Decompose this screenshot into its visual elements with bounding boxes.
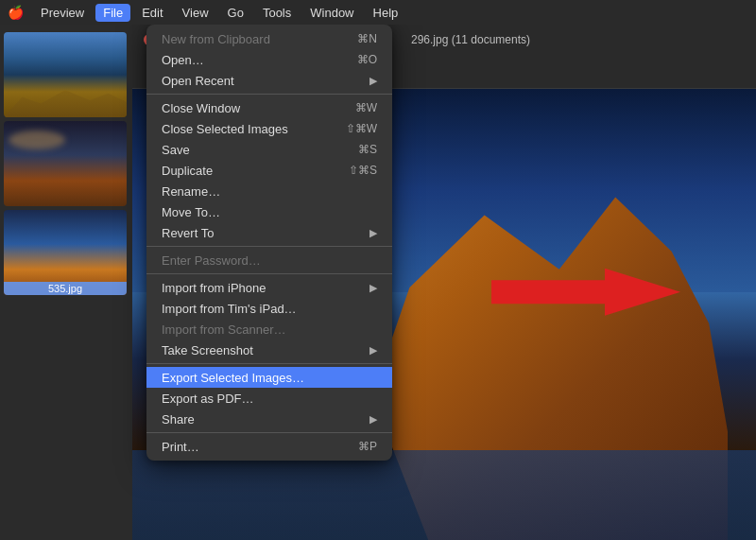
- menubar-file[interactable]: File: [95, 4, 130, 22]
- separator-2: [146, 246, 392, 247]
- apple-menu-icon[interactable]: 🍎: [8, 5, 24, 20]
- menubar-view[interactable]: View: [175, 4, 216, 22]
- menu-rename[interactable]: Rename…: [146, 181, 392, 201]
- menu-import-ipad[interactable]: Import from Tim's iPad…: [146, 298, 392, 319]
- menu-take-screenshot[interactable]: Take Screenshot ▶: [146, 340, 392, 360]
- menu-import-iphone[interactable]: Import from iPhone ▶: [146, 277, 392, 298]
- thumbnail-2[interactable]: [4, 121, 127, 206]
- menu-share[interactable]: Share ▶: [146, 409, 392, 429]
- menu-open-recent[interactable]: Open Recent ▶: [146, 70, 392, 91]
- menu-close-selected-images[interactable]: Close Selected Images ⇧⌘W: [146, 118, 392, 139]
- menu-close-window[interactable]: Close Window ⌘W: [146, 97, 392, 118]
- separator-5: [146, 432, 392, 433]
- menu-duplicate[interactable]: Duplicate ⇧⌘S: [146, 160, 392, 181]
- menu-save[interactable]: Save ⌘S: [146, 139, 392, 160]
- thumbnail-3[interactable]: 535.jpg: [4, 210, 127, 295]
- menu-revert-to[interactable]: Revert To ▶: [146, 222, 392, 243]
- menu-move-to[interactable]: Move To…: [146, 201, 392, 222]
- separator-3: [146, 273, 392, 274]
- sidebar: 535.jpg: [0, 25, 132, 540]
- file-menu-dropdown: New from Clipboard ⌘N Open… ⌘O Open Rece…: [146, 25, 392, 461]
- window-title: 296.jpg (11 documents): [411, 33, 530, 46]
- menu-enter-password[interactable]: Enter Password…: [146, 250, 392, 270]
- thumbnail-label: 535.jpg: [4, 282, 127, 295]
- menu-new-from-clipboard[interactable]: New from Clipboard ⌘N: [146, 28, 392, 49]
- menu-import-scanner[interactable]: Import from Scanner…: [146, 319, 392, 340]
- menubar-go[interactable]: Go: [220, 4, 251, 22]
- red-arrow: [491, 269, 680, 316]
- menubar-help[interactable]: Help: [366, 4, 406, 22]
- menubar-edit[interactable]: Edit: [134, 4, 170, 22]
- separator-4: [146, 363, 392, 364]
- menubar-tools[interactable]: Tools: [255, 4, 299, 22]
- menu-open[interactable]: Open… ⌘O: [146, 49, 392, 70]
- menubar-window[interactable]: Window: [302, 4, 361, 22]
- menubar: 🍎 Preview File Edit View Go Tools Window…: [0, 0, 756, 25]
- menu-export-selected-images[interactable]: Export Selected Images…: [146, 367, 392, 388]
- separator-1: [146, 94, 392, 95]
- menu-print[interactable]: Print… ⌘P: [146, 436, 392, 457]
- menubar-preview[interactable]: Preview: [33, 4, 92, 22]
- thumbnail-1[interactable]: [4, 32, 127, 117]
- menu-export-as-pdf[interactable]: Export as PDF…: [146, 388, 392, 409]
